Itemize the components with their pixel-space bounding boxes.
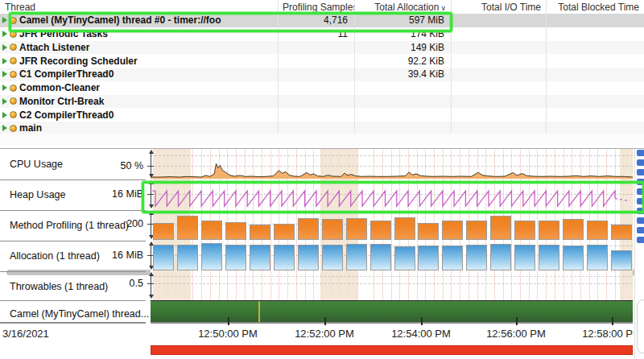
timeline-hscrollbar-red[interactable]: [151, 345, 633, 355]
histogram-bar: [490, 244, 511, 270]
histogram-bar: [442, 221, 463, 240]
thread-event-marker: [258, 301, 260, 323]
legend-chip-icon[interactable]: [637, 169, 644, 175]
sort-descending-icon: ∨: [440, 4, 446, 12]
time-axis: 12:50:00 PM12:52:00 PM12:54:00 PM12:56:0…: [0, 326, 634, 342]
histogram-bar: [201, 243, 222, 270]
samples-cell: 4,716: [278, 14, 354, 26]
time-axis-tick: [612, 317, 613, 325]
histogram-bar: [514, 245, 535, 270]
expand-arrow-icon[interactable]: [2, 58, 7, 64]
timeline-row-label-bars-orange[interactable]: Method Profiling (1 thread): [10, 220, 129, 231]
table-row[interactable]: Monitor Ctrl-Break: [0, 95, 644, 109]
histogram-bar: [466, 245, 487, 270]
timeline-row-label-bars-blue[interactable]: Allocation (1 thread): [10, 250, 100, 262]
timeline-scale-value: 50 %: [121, 160, 144, 171]
timeline-row-label-cpu[interactable]: CPU Usage: [10, 159, 63, 170]
histogram-bar: [611, 225, 632, 240]
thread-activity-bar[interactable]: [151, 300, 633, 322]
table-row[interactable]: main: [0, 122, 644, 134]
timeline-scale-value: 0.5: [130, 278, 143, 289]
thread-table-header: ThreadProfiling SamplesTotal Allocation∨…: [0, 0, 644, 14]
legend-chip-icon[interactable]: [637, 159, 644, 166]
timeline-row-label-heap[interactable]: Heap Usage: [10, 189, 66, 200]
histogram-bar: [322, 245, 343, 270]
column-header-profiling-samples[interactable]: Profiling Samples: [278, 2, 354, 13]
row-separator: [0, 300, 146, 301]
legend-chip-icon[interactable]: [637, 150, 644, 156]
column-header-total-allocation[interactable]: Total Allocation∨: [354, 2, 451, 13]
thread-name-label: main: [19, 122, 42, 134]
thread-name-cell: JFR Recording Scheduler: [0, 56, 278, 67]
histogram-bar: [418, 246, 439, 270]
expand-arrow-icon[interactable]: [2, 112, 7, 118]
thread-state-icon: [10, 111, 17, 118]
column-separator: [354, 0, 355, 134]
expand-arrow-icon[interactable]: [2, 17, 7, 23]
histogram-bar: [394, 217, 415, 240]
legend-chip-icon[interactable]: [637, 237, 644, 243]
thread-table: ThreadProfiling SamplesTotal Allocation∨…: [0, 0, 644, 134]
expand-arrow-icon[interactable]: [2, 31, 7, 37]
table-row[interactable]: Camel (MyTinyCamel) thread #0 - timer://…: [0, 14, 644, 27]
column-header-total-blocked-time[interactable]: Total Blocked Time: [546, 2, 644, 13]
thread-name-cell: C1 CompilerThread0: [0, 68, 278, 80]
method-profiling-chart[interactable]: [151, 210, 633, 241]
legend-chip-icon[interactable]: [637, 227, 644, 233]
legend-chip-icon[interactable]: [637, 217, 644, 224]
expand-arrow-icon[interactable]: [2, 44, 7, 51]
table-row[interactable]: Attach Listener149 KiB: [0, 41, 644, 55]
column-header-thread[interactable]: Thread: [0, 2, 278, 13]
table-row[interactable]: C1 CompilerThread039.4 KiB: [0, 68, 644, 81]
histogram-bar: [587, 245, 608, 270]
histogram-bar: [153, 223, 174, 240]
row-separator: [0, 241, 146, 241]
table-row[interactable]: JFR Periodic Tasks11174 KiB: [0, 27, 644, 41]
table-row[interactable]: JFR Recording Scheduler92.2 KiB: [0, 54, 644, 68]
histogram-bar: [177, 245, 198, 270]
thread-state-icon: [10, 125, 17, 132]
row-separator: [0, 210, 146, 211]
histogram-bar: [394, 246, 415, 270]
histogram-bar: [250, 225, 270, 240]
heap-usage-chart[interactable]: [151, 180, 633, 210]
legend-chip-icon[interactable]: [637, 198, 644, 204]
allocation-cell: 92.2 KiB: [354, 56, 451, 67]
timeline-scale-value: 16 MiB: [112, 250, 143, 261]
thread-name-label: C2 CompilerThread0: [19, 109, 114, 121]
expand-arrow-icon[interactable]: [2, 71, 7, 77]
histogram-bar: [370, 221, 391, 240]
row-separator: [0, 180, 146, 180]
expand-arrow-icon[interactable]: [2, 125, 7, 131]
histogram-bar: [298, 245, 319, 270]
allocation-chart[interactable]: [151, 241, 633, 271]
timeline-row-label-thread-bar[interactable]: Camel (MyTinyCamel) thread...: [10, 308, 149, 320]
axis-line: [151, 274, 151, 296]
legend-chip-icon[interactable]: [637, 188, 644, 195]
histogram-bar: [539, 245, 559, 270]
thread-state-icon: [10, 43, 17, 51]
timeline-row-label-empty[interactable]: Throwables (1 thread): [10, 281, 108, 292]
histogram-bar: [611, 250, 632, 270]
row-separator: [0, 323, 146, 324]
expand-arrow-icon[interactable]: [2, 98, 7, 105]
thread-name-cell: JFR Periodic Tasks: [0, 28, 278, 39]
column-header-total-i-o-time[interactable]: Total I/O Time: [451, 2, 546, 13]
legend-chip-icon[interactable]: [637, 179, 644, 185]
thread-state-icon: [10, 17, 17, 24]
table-row[interactable]: Common-Cleaner: [0, 81, 644, 95]
expand-arrow-icon[interactable]: [2, 85, 7, 91]
histogram-bar: [322, 219, 343, 240]
histogram-bar: [298, 218, 319, 240]
chart-bottom-border: [151, 322, 633, 324]
timeline-scale-value: 200: [126, 218, 143, 229]
time-axis-label: 12:56:00 PM: [486, 328, 546, 340]
legend-chip-icon[interactable]: [637, 208, 644, 214]
histogram-bar: [201, 221, 222, 240]
allocation-cell: 597 MiB: [354, 14, 451, 26]
cpu-usage-chart[interactable]: [151, 149, 633, 180]
histogram-bar: [466, 221, 487, 240]
table-row[interactable]: C2 CompilerThread0: [0, 108, 644, 122]
allocation-cell: 149 KiB: [354, 42, 451, 53]
time-axis-tick: [324, 317, 326, 325]
